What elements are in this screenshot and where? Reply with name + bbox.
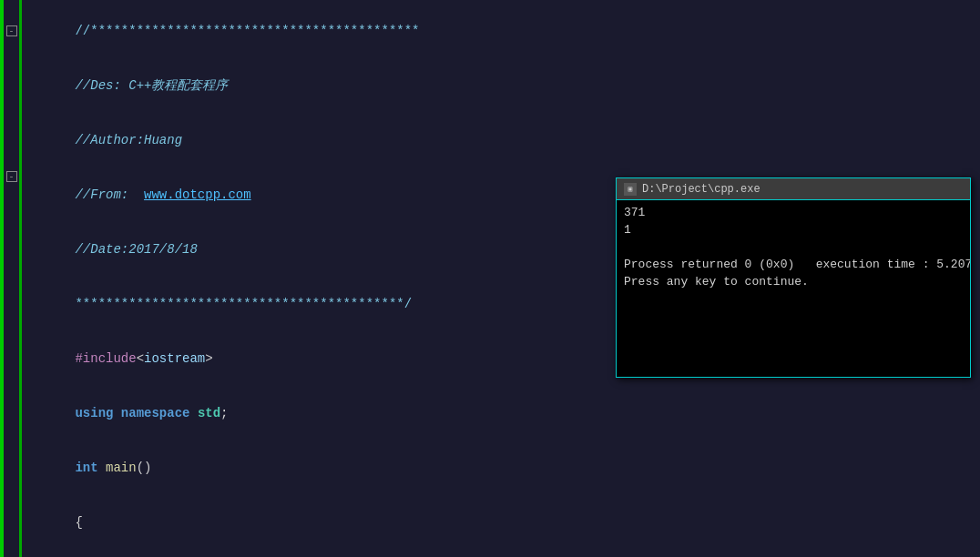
code-line-9: int main() [29, 441, 973, 495]
code-line-3: //Author:Huang [29, 113, 973, 167]
fold-marker-comment[interactable]: - [6, 25, 17, 36]
terminal-window: ▣ D:\Project\cpp.exe 371 1 Process retur… [616, 177, 971, 378]
code-line-1: //**************************************… [29, 4, 973, 58]
terminal-title: D:\Project\cpp.exe [642, 183, 761, 196]
terminal-titlebar: ▣ D:\Project\cpp.exe [617, 178, 970, 200]
terminal-output-4: Process returned 0 (0x0) execution time … [624, 256, 963, 273]
code-line-10: { [29, 495, 973, 550]
code-line-11: int a;//待判断的这个三位数 [29, 550, 973, 557]
terminal-output-3 [624, 238, 963, 256]
fold-marker-main[interactable]: - [6, 171, 17, 182]
terminal-output-1: 371 [624, 204, 963, 221]
code-gutter: - - [4, 0, 22, 557]
terminal-body: 371 1 Process returned 0 (0x0) execution… [617, 200, 970, 377]
terminal-output-2: 1 [624, 221, 963, 238]
terminal-app-icon: ▣ [624, 183, 637, 196]
terminal-output-5: Press any key to continue. [624, 273, 963, 290]
code-line-2: //Des: C++教程配套程序 [29, 58, 973, 113]
code-line-8: using namespace std; [29, 386, 973, 441]
